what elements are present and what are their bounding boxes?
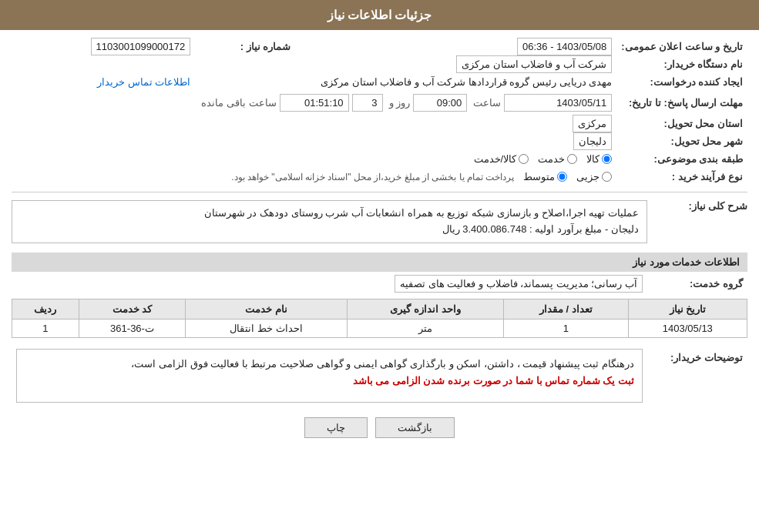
tabaqe-radio-kala-khedmat-input[interactable] bbox=[519, 154, 529, 164]
mohlat-baqi-label: ساعت باقی مانده bbox=[201, 97, 276, 109]
tozihat-label: توضیحات خریدار: bbox=[647, 346, 747, 406]
ejad-label: ایجاد کننده درخواست: bbox=[616, 73, 747, 91]
tabaqe-radio-kala[interactable]: کالا bbox=[586, 153, 612, 165]
tarikh-value: 1403/05/08 - 06:36 bbox=[517, 38, 612, 55]
tabaqe-radio-khedmat[interactable]: خدمت bbox=[538, 153, 577, 165]
shahr-value: دلیجان bbox=[573, 132, 612, 150]
noefrayand-radio-mottaset-label: متوسط bbox=[523, 171, 555, 182]
noefrayand-radio-jozi[interactable]: جزیی bbox=[576, 171, 612, 182]
name-dastgah-value: شرکت آب و فاضلاب استان مرکزی bbox=[456, 55, 612, 73]
noefrayand-radio-jozi-input[interactable] bbox=[602, 172, 612, 182]
shomara-niaz-value: 1103001099000172 bbox=[91, 38, 191, 55]
ostan-label: استان محل تحویل: bbox=[616, 115, 747, 132]
goroh-label: گروه خدمت: bbox=[647, 275, 747, 293]
mohlat-roz-value: 3 bbox=[352, 94, 383, 112]
sharh-label: شرح کلی نیاز: bbox=[647, 197, 747, 212]
mohlat-date: 1403/05/11 bbox=[504, 94, 612, 112]
cell-kod-khedmat: ت-36-361 bbox=[79, 319, 186, 337]
noefrayand-radio-jozi-label: جزیی bbox=[576, 171, 599, 182]
tabaqe-radio-kala-input[interactable] bbox=[602, 154, 612, 164]
mohlat-label: مهلت ارسال پاسخ: تا تاریخ: bbox=[616, 91, 747, 115]
tabaqe-radio-kala-label: کالا bbox=[586, 153, 599, 165]
shomara-niaz-label: شماره نیاز : bbox=[195, 38, 295, 55]
print-button[interactable]: چاپ bbox=[304, 417, 368, 438]
noefrayand-radio-mottaset[interactable]: متوسط bbox=[523, 171, 567, 182]
buttons-row: بازگشت چاپ bbox=[12, 417, 747, 438]
tabaqe-label: طبقه بندی موضوعی: bbox=[616, 150, 747, 168]
col-kod-khedmat: کد خدمت bbox=[79, 299, 186, 319]
ostan-value: مرکزی bbox=[573, 115, 612, 132]
goroh-value: آب رسانی؛ مدیریت پسماند، فاضلاب و فعالیت… bbox=[395, 275, 643, 293]
shahr-label: شهر محل تحویل: bbox=[616, 132, 747, 150]
tabaqe-radio-kala-khedmat-label: کالا/خدمت bbox=[474, 153, 517, 165]
noefrayand-label: نوع فرآیند خرید : bbox=[616, 168, 747, 186]
mohlat-baqi-value: 01:51:10 bbox=[280, 94, 349, 112]
tabaqe-radio-kala-khedmat[interactable]: کالا/خدمت bbox=[474, 153, 529, 165]
noefrayand-note: پرداخت تمام یا بخشی از مبلغ خرید،از محل … bbox=[231, 172, 514, 182]
tozihat-box: درهنگام ثبت پیشنهاد قیمت ، داشتن، اسکن و… bbox=[16, 349, 643, 403]
table-row: 1403/05/13 1 متر احداث خط انتقال ت-36-36… bbox=[12, 319, 747, 337]
mohlat-roz-label: روز و bbox=[389, 97, 411, 109]
tozihat-text-highlight: ثبت یک شماره تماس با شما در صورت برنده ش… bbox=[25, 373, 634, 390]
cell-name-khedmat: احداث خط انتقال bbox=[186, 319, 347, 337]
tabaqe-radio-khedmat-input[interactable] bbox=[567, 154, 577, 164]
cell-radif: 1 bbox=[12, 319, 79, 337]
cell-tedad: 1 bbox=[504, 319, 628, 337]
services-table: تاریخ نیاز تعداد / مقدار واحد اندازه گیر… bbox=[12, 299, 747, 338]
name-dastgah-label: نام دستگاه خریدار: bbox=[616, 55, 747, 73]
col-tedad: تعداد / مقدار bbox=[504, 299, 628, 319]
col-radif: ردیف bbox=[12, 299, 79, 319]
cell-vahed: متر bbox=[347, 319, 504, 337]
col-vahed: واحد اندازه گیری bbox=[347, 299, 504, 319]
page-title: جزئیات اطلاعات نیاز bbox=[0, 0, 759, 30]
col-name-khedmat: نام خدمت bbox=[186, 299, 347, 319]
back-button[interactable]: بازگشت bbox=[375, 417, 455, 438]
sharh-text1: عملیات تهیه اجرا،اصلاح و بازسازی شبکه تو… bbox=[20, 206, 639, 222]
cell-tarikh: 1403/05/13 bbox=[628, 319, 747, 337]
info-table: تاریخ و ساعت اعلان عمومی: 1403/05/08 - 0… bbox=[12, 38, 747, 186]
sharh-description: عملیات تهیه اجرا،اصلاح و بازسازی شبکه تو… bbox=[12, 200, 647, 243]
contact-link[interactable]: اطلاعات تماس خریدار bbox=[97, 76, 190, 88]
tabaqe-radio-khedmat-label: خدمت bbox=[538, 153, 565, 165]
tarikh-label: تاریخ و ساعت اعلان عمومی: bbox=[616, 38, 747, 55]
col-tarikh-niaz: تاریخ نیاز bbox=[628, 299, 747, 319]
goroh-table: گروه خدمت: آب رسانی؛ مدیریت پسماند، فاضل… bbox=[12, 275, 747, 293]
ejad-value: مهدی دریایی رئیس گروه قراردادها شرکت آب … bbox=[321, 76, 612, 88]
khadamat-section-title: اطلاعات خدمات مورد نیاز bbox=[12, 253, 747, 272]
tozihat-table: توضیحات خریدار: درهنگام ثبت پیشنهاد قیمت… bbox=[12, 346, 747, 406]
mohlat-saat-value: 09:00 bbox=[413, 94, 467, 112]
tozihat-text-normal: درهنگام ثبت پیشنهاد قیمت ، داشتن، اسکن و… bbox=[25, 356, 634, 373]
mohlat-saat-label: ساعت bbox=[473, 97, 501, 109]
noefrayand-radio-mottaset-input[interactable] bbox=[557, 172, 567, 182]
sharh-text2: دلیجان - مبلغ برآورد اولیه : 3.400.086.7… bbox=[20, 222, 639, 238]
